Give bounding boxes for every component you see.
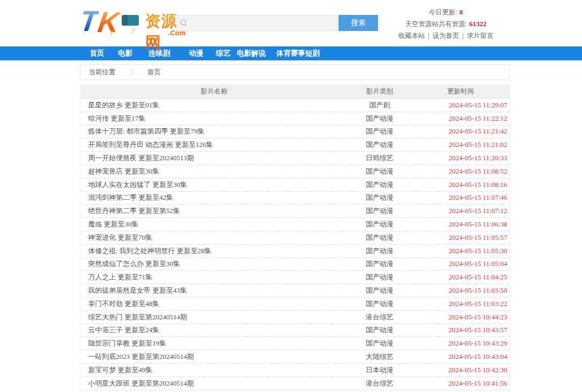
video-updated-time: 2024-05-15 11:05:30	[412, 247, 509, 255]
video-title-link[interactable]: 绝世丹神第二季 更新至第52集	[81, 206, 348, 216]
video-updated-time: 2024-05-15 11:08:52	[412, 167, 509, 176]
total-resources-value: 61322	[469, 20, 487, 28]
video-updated-time: 2024-05-15 11:07:46	[412, 193, 509, 202]
video-title-link[interactable]: 神宠进化 更新至70集	[81, 233, 348, 242]
video-category: 国产动漫	[348, 206, 412, 216]
column-header-category: 影片类别	[348, 87, 412, 96]
search-input-wrap[interactable]	[176, 15, 337, 31]
video-table: 影片名称 影片类别 更新时间 星星的故乡 更新至01集 国产剧 2024-05-…	[80, 84, 510, 392]
video-title-link[interactable]: 小明星大跟班 更新至第20240514期	[81, 379, 348, 388]
nav-item[interactable]: 首页	[90, 49, 104, 58]
breadcrumb-home-link[interactable]: 首页	[147, 68, 161, 77]
table-row[interactable]: 新宝可梦 更新至49集 日本动漫 2024-05-15 10:42:30	[81, 364, 509, 377]
video-title-link[interactable]: 魔临 更新至30集	[81, 219, 348, 229]
page: { "header": { "logo": { "t": "T", "k": "…	[0, 0, 582, 392]
video-title-link[interactable]: 开局签到至尊丹田 动态漫画 更新至126集	[81, 140, 348, 150]
site-stats: 今日更新:0 天空资源站共有资源:61322 收藏本站 | 设为首页 | 求片留…	[382, 6, 510, 42]
table-row[interactable]: 炼体十万层: 都市篇第四季 更新至79集 国产动漫 2024-05-15 11:…	[81, 126, 509, 139]
video-title-link[interactable]: 炼体十万层: 都市篇第四季 更新至79集	[81, 127, 348, 136]
video-title-link[interactable]: 我的徒弟居然是女帝 更新至43集	[81, 286, 348, 295]
video-title-link[interactable]: 掌门不对劲 更新至48集	[81, 299, 348, 309]
video-title-link[interactable]: 综艺大热门 更新至第20240514期	[81, 312, 348, 322]
search-input[interactable]	[191, 16, 337, 30]
video-title-link[interactable]: 混沌剑神第二季 更新至42集	[81, 193, 348, 202]
video-title-link[interactable]: 体修之祖: 我到之处神明禁行 更新至28集	[81, 246, 348, 256]
video-title-link[interactable]: 超神宠兽店 更新至30集	[81, 167, 348, 176]
table-row[interactable]: 我的徒弟居然是女帝 更新至43集 国产动漫 2024-05-15 11:03:5…	[81, 284, 509, 297]
table-row[interactable]: 周一开始便熬夜 更新至20240513期 日韩综艺 2024-05-15 11:…	[81, 152, 509, 165]
table-row[interactable]: 仙逆 动态漫画 更新至82集 国产动漫 2024-05-15 10:41:20	[81, 390, 509, 392]
quick-link[interactable]: 求片留言	[467, 32, 493, 40]
video-title-link[interactable]: 星星的故乡 更新至01集	[81, 100, 348, 110]
video-title-link[interactable]: 暗河传 更新至17集	[81, 114, 348, 123]
video-updated-time: 2024-05-15 11:05:57	[412, 233, 509, 242]
site-logo[interactable]: T K y 7 资源网 .Com	[80, 5, 192, 38]
table-row[interactable]: 绝世丹神第二季 更新至第52集 国产动漫 2024-05-15 11:07:12	[81, 205, 509, 218]
video-updated-time: 2024-05-15 11:03:50	[412, 286, 509, 295]
video-title-link[interactable]: 云中居三子 更新至24集	[81, 325, 348, 335]
quick-link-separator: |	[460, 32, 466, 40]
video-title-link[interactable]: 周一开始便熬夜 更新至20240513期	[81, 153, 348, 163]
table-row[interactable]: 综艺大热门 更新至第20240514期 港台综艺 2024-05-15 10:4…	[81, 311, 509, 324]
video-title-link[interactable]: 地球人实在太凶猛了 更新至30集	[81, 180, 348, 190]
video-title-link[interactable]: 一站到底2023 更新至第20240514期	[81, 352, 348, 362]
main-nav: 首页 电影 连续剧 动漫 综艺 电影解说 体育赛事 短剧	[0, 46, 582, 60]
video-title-link[interactable]: 万人之上 更新至71集	[81, 272, 348, 282]
video-updated-time: 2024-05-15 10:44:23	[412, 313, 509, 322]
nav-item[interactable]: 短剧	[305, 49, 320, 58]
nav-item[interactable]: 电影	[118, 49, 132, 58]
table-row[interactable]: 突然成仙了怎么办 更新至30集 国产动漫 2024-05-15 11:05:04	[81, 258, 509, 271]
table-row[interactable]: 隐世宗门掌教 更新至19集 国产动漫 2024-05-15 10:43:29	[81, 337, 509, 350]
video-category: 国产动漫	[348, 339, 412, 348]
total-resources-stat: 天空资源站共有资源:61322	[382, 18, 510, 30]
table-row[interactable]: 开局签到至尊丹田 动态漫画 更新至126集 国产动漫 2024-05-15 11…	[81, 138, 509, 152]
video-updated-time: 2024-05-15 11:21:42	[412, 127, 509, 136]
video-updated-time: 2024-05-15 10:43:29	[412, 339, 509, 348]
table-row[interactable]: 万人之上 更新至71集 国产动漫 2024-05-15 11:04:25	[81, 271, 509, 284]
table-row[interactable]: 地球人实在太凶猛了 更新至30集 国产动漫 2024-05-15 11:08:1…	[81, 178, 509, 192]
video-category: 国产动漫	[348, 180, 412, 190]
video-category: 国产动漫	[348, 259, 412, 269]
video-updated-time: 2024-05-15 11:22:12	[412, 114, 509, 123]
video-category: 国产动漫	[348, 167, 412, 176]
search-button[interactable]: 搜索	[339, 15, 378, 31]
table-row[interactable]: 超神宠兽店 更新至30集 国产动漫 2024-05-15 11:08:52	[81, 165, 509, 178]
video-category: 国产动漫	[348, 140, 412, 150]
logo-badge	[122, 15, 139, 26]
video-updated-time: 2024-05-15 11:04:25	[412, 273, 509, 281]
logo-tagline-fragment: y	[110, 28, 114, 35]
quick-link[interactable]: 收藏本站	[398, 32, 425, 40]
table-row[interactable]: 混沌剑神第二季 更新至42集 国产动漫 2024-05-15 11:07:46	[81, 192, 509, 205]
video-category: 国产剧	[348, 100, 412, 110]
table-row[interactable]: 一站到底2023 更新至第20240514期 大陆综艺 2024-05-15 1…	[81, 350, 509, 364]
table-row[interactable]: 掌门不对劲 更新至48集 国产动漫 2024-05-15 11:03:22	[81, 297, 509, 311]
video-category: 国产动漫	[348, 219, 412, 229]
table-row[interactable]: 暗河传 更新至17集 国产动漫 2024-05-15 11:22:12	[81, 112, 509, 126]
nav-item[interactable]: 综艺	[216, 49, 231, 58]
today-update-label: 今日更新:	[429, 9, 457, 16]
column-header-time: 更新时间	[412, 87, 509, 96]
breadcrumb: 当前位置 首页	[80, 64, 510, 80]
table-row[interactable]: 神宠进化 更新至70集 国产动漫 2024-05-15 11:05:57	[81, 231, 509, 245]
chevron-right-icon	[127, 68, 135, 76]
video-category: 大陆综艺	[348, 352, 412, 362]
nav-item[interactable]: 体育赛事	[277, 49, 305, 58]
video-category: 国产动漫	[348, 114, 412, 123]
table-row[interactable]: 小明星大跟班 更新至第20240514期 港台综艺 2024-05-15 10:…	[81, 377, 509, 390]
quick-link-separator: |	[426, 32, 431, 40]
video-category: 日本动漫	[348, 365, 412, 375]
total-resources-label: 天空资源站共有资源:	[405, 20, 467, 28]
video-title-link[interactable]: 突然成仙了怎么办 更新至30集	[81, 259, 348, 269]
table-row[interactable]: 体修之祖: 我到之处神明禁行 更新至28集 国产动漫 2024-05-15 11…	[81, 245, 509, 258]
video-updated-time: 2024-05-15 11:29:07	[412, 101, 509, 109]
nav-item[interactable]: 电影解说	[237, 49, 266, 58]
quick-link[interactable]: 设为首页	[432, 32, 459, 40]
quick-links: 收藏本站 | 设为首页 | 求片留言	[382, 30, 510, 42]
table-row[interactable]: 魔临 更新至30集 国产动漫 2024-05-15 11:06:38	[81, 218, 509, 231]
video-title-link[interactable]: 隐世宗门掌教 更新至19集	[81, 339, 348, 348]
search-bar: 搜索	[176, 15, 378, 31]
video-title-link[interactable]: 新宝可梦 更新至49集	[81, 365, 348, 375]
table-row[interactable]: 云中居三子 更新至24集 国产动漫 2024-05-15 10:43:57	[81, 324, 509, 338]
table-row[interactable]: 星星的故乡 更新至01集 国产剧 2024-05-15 11:29:07	[81, 99, 509, 112]
video-updated-time: 2024-05-15 10:42:30	[412, 366, 509, 374]
